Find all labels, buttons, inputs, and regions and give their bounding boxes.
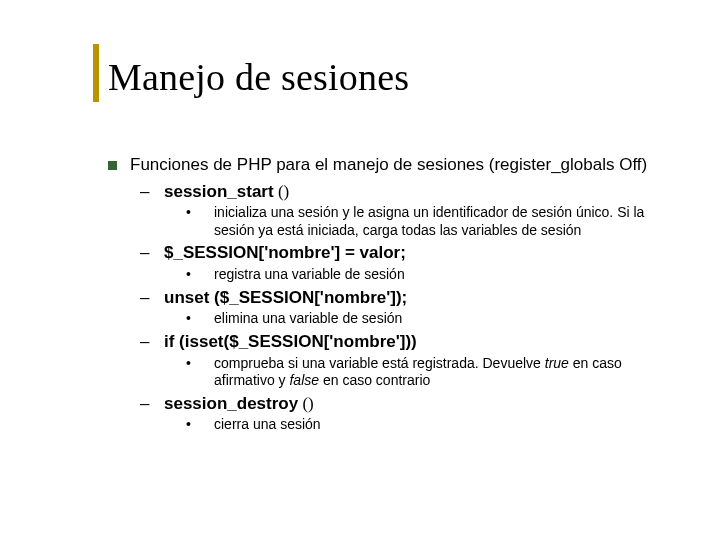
level3-text: elimina una variable de sesión [214, 310, 402, 326]
level3-text: registra una variable de sesión [214, 266, 405, 282]
level2-tail: () [298, 394, 314, 413]
dot-bullet-icon: • [186, 416, 191, 434]
square-bullet-icon [108, 161, 117, 170]
bullet-level1: Funciones de PHP para el manejo de sesio… [108, 155, 668, 176]
bullet-level2: – unset ($_SESSION['nombre']); [140, 288, 668, 309]
dash-bullet-icon: – [140, 332, 149, 353]
dash-bullet-icon: – [140, 243, 149, 264]
bullet-level3: • registra una variable de sesión [186, 266, 668, 284]
slide-title: Manejo de sesiones [108, 55, 409, 99]
bullet-level3: • inicializa una sesión y le asigna un i… [186, 204, 668, 239]
bullet-level3: • cierra una sesión [186, 416, 668, 434]
level3-text: inicializa una sesión y le asigna un ide… [214, 204, 644, 238]
slide: Manejo de sesiones Funciones de PHP para… [0, 0, 720, 540]
bullet-level3: • comprueba si una variable está registr… [186, 355, 668, 390]
level2-head: session_start [164, 182, 274, 201]
bullet-level2: – session_start () [140, 182, 668, 203]
level2-head: unset ($_SESSION['nombre']); [164, 288, 407, 307]
slide-body: Funciones de PHP para el manejo de sesio… [108, 155, 668, 438]
dot-bullet-icon: • [186, 355, 191, 373]
bullet-level2: – $_SESSION['nombre'] = valor; [140, 243, 668, 264]
bullet-level3: • elimina una variable de sesión [186, 310, 668, 328]
dash-bullet-icon: – [140, 288, 149, 309]
dash-bullet-icon: – [140, 394, 149, 415]
level2-head: $_SESSION['nombre'] = valor; [164, 243, 406, 262]
dash-bullet-icon: – [140, 182, 149, 203]
level3-text: cierra una sesión [214, 416, 321, 432]
accent-bar [93, 44, 99, 102]
bullet-level2: – if (isset($_SESSION['nombre'])) [140, 332, 668, 353]
dot-bullet-icon: • [186, 266, 191, 284]
bullet-level2: – session_destroy () [140, 394, 668, 415]
level2-head: if (isset($_SESSION['nombre'])) [164, 332, 417, 351]
dot-bullet-icon: • [186, 204, 191, 222]
level3-text: comprueba si una variable está registrad… [214, 355, 622, 389]
level2-tail: () [274, 182, 290, 201]
dot-bullet-icon: • [186, 310, 191, 328]
level2-head: session_destroy [164, 394, 298, 413]
level1-text: Funciones de PHP para el manejo de sesio… [130, 155, 647, 174]
